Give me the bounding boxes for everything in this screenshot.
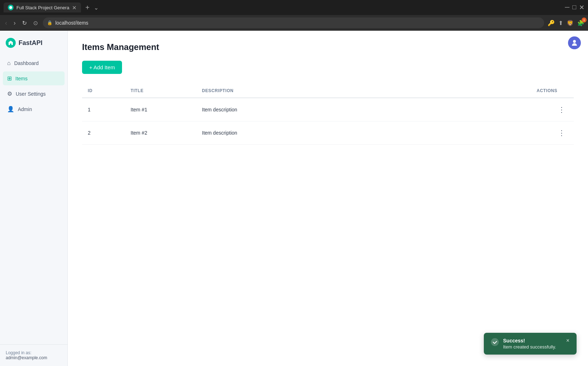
toast-message: Item created successfully.	[503, 344, 556, 350]
cell-description: Item description	[196, 121, 531, 145]
col-header-id: ID	[82, 84, 125, 98]
sidebar-nav: ⌂ Dashboard ⊞ Items ⚙ User Settings 👤 Ad…	[0, 56, 67, 344]
col-header-actions: ACTIONS	[531, 84, 574, 98]
user-icon: 👤	[7, 106, 14, 112]
sidebar-logo: FastAPI	[0, 38, 67, 56]
restore-button[interactable]: □	[572, 4, 576, 11]
row-action-menu-button[interactable]: ⋮	[555, 105, 568, 115]
row-action-menu-button[interactable]: ⋮	[555, 128, 568, 138]
cell-actions: ⋮	[531, 121, 574, 145]
bookmark-button[interactable]: ⊙	[32, 18, 39, 28]
extensions-icon[interactable]: 🧩1	[577, 20, 584, 26]
share-icon[interactable]: ⬆	[558, 20, 563, 26]
forward-button[interactable]: ›	[12, 18, 17, 28]
sidebar-item-items[interactable]: ⊞ Items	[3, 71, 65, 85]
cell-id: 2	[82, 121, 125, 145]
browser-toolbar: ‹ › ↻ ⊙ 🔒 localhost/items 🔑 ⬆ 🦁 🧩1	[0, 15, 588, 31]
items-table: ID TITLE DESCRIPTION ACTIONS 1 Item #1 I…	[82, 84, 574, 145]
home-icon: ⌂	[7, 60, 11, 66]
browser-chrome: Full Stack Project Genera ✕ + ⌄ ─ □ ✕	[0, 0, 588, 15]
window-controls: ─ □ ✕	[565, 4, 584, 11]
col-header-description: DESCRIPTION	[196, 84, 531, 98]
table-body: 1 Item #1 Item description ⋮ 2 Item #2 I…	[82, 98, 574, 145]
toolbar-actions: 🔑 ⬆ 🦁 🧩1	[548, 20, 584, 26]
sidebar-item-label: User Settings	[16, 91, 46, 97]
sidebar-item-label: Dashboard	[14, 60, 39, 66]
col-header-title: TITLE	[125, 84, 196, 98]
table-row: 1 Item #1 Item description ⋮	[82, 98, 574, 121]
refresh-button[interactable]: ↻	[21, 18, 28, 28]
browser-tab[interactable]: Full Stack Project Genera ✕	[4, 2, 81, 12]
toast-success-icon	[491, 338, 499, 346]
address-bar[interactable]: 🔒 localhost/items	[43, 17, 544, 28]
brave-icon[interactable]: 🦁	[567, 20, 574, 26]
sidebar-item-label: Items	[15, 76, 27, 81]
tab-overflow-button[interactable]: ⌄	[94, 4, 98, 11]
cell-id: 1	[82, 98, 125, 121]
sidebar-item-user-settings[interactable]: ⚙ User Settings	[3, 87, 65, 101]
new-tab-button[interactable]: +	[85, 4, 90, 12]
cell-title: Item #2	[125, 121, 196, 145]
cell-title: Item #1	[125, 98, 196, 121]
sidebar-footer: Logged in as: admin@example.com	[0, 344, 67, 366]
sidebar-item-dashboard[interactable]: ⌂ Dashboard	[3, 56, 65, 70]
back-button[interactable]: ‹	[4, 18, 9, 28]
cell-description: Item description	[196, 98, 531, 121]
sidebar-item-label: Admin	[18, 106, 32, 112]
tab-favicon	[8, 5, 14, 10]
page-title: Items Management	[82, 42, 574, 52]
toast-content: Success! Item created successfully.	[503, 338, 556, 350]
tab-close-button[interactable]: ✕	[72, 5, 77, 10]
tab-title: Full Stack Project Genera	[16, 5, 69, 10]
user-avatar[interactable]	[568, 36, 581, 49]
logged-in-email: admin@example.com	[6, 355, 62, 360]
key-icon[interactable]: 🔑	[548, 20, 555, 26]
cell-actions: ⋮	[531, 98, 574, 121]
app-layout: FastAPI ⌂ Dashboard ⊞ Items ⚙ User Setti…	[0, 31, 588, 366]
table-header: ID TITLE DESCRIPTION ACTIONS	[82, 84, 574, 98]
settings-icon: ⚙	[7, 90, 12, 97]
sidebar: FastAPI ⌂ Dashboard ⊞ Items ⚙ User Setti…	[0, 31, 68, 366]
close-window-button[interactable]: ✕	[579, 4, 584, 11]
url-display: localhost/items	[55, 20, 540, 26]
grid-icon: ⊞	[7, 75, 12, 82]
sidebar-item-admin[interactable]: 👤 Admin	[3, 102, 65, 116]
toast-close-button[interactable]: ×	[566, 338, 569, 344]
add-item-button[interactable]: + Add Item	[82, 61, 122, 74]
logged-in-label: Logged in as:	[6, 350, 62, 355]
minimize-button[interactable]: ─	[565, 4, 569, 11]
toast-title: Success!	[503, 338, 556, 344]
table-row: 2 Item #2 Item description ⋮	[82, 121, 574, 145]
security-icon: 🔒	[47, 20, 52, 25]
success-toast: Success! Item created successfully. ×	[484, 333, 577, 355]
svg-point-0	[9, 6, 12, 9]
logo-icon	[6, 38, 16, 48]
main-content: Items Management + Add Item ID TITLE DES…	[68, 31, 588, 366]
extension-badge: 1	[582, 17, 587, 22]
logo-text: FastAPI	[19, 39, 42, 47]
